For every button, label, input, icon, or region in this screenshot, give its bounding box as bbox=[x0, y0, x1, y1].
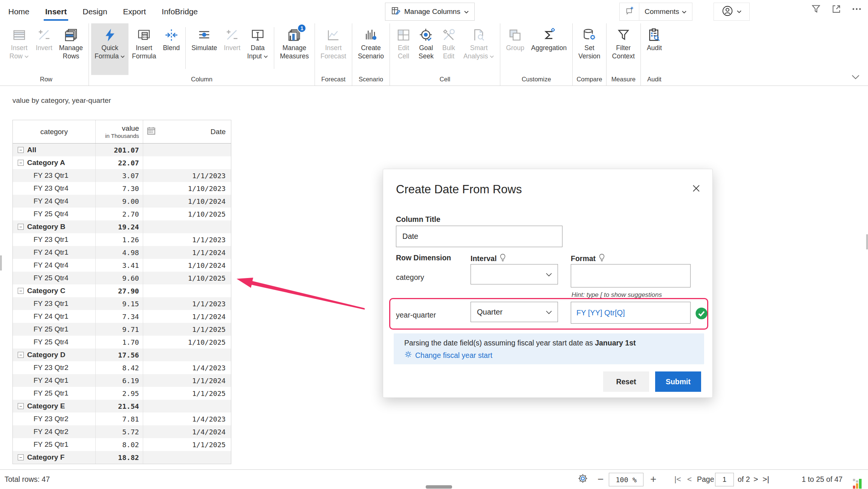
horizontal-scrollbar-thumb[interactable] bbox=[426, 485, 452, 489]
collapse-group-icon[interactable]: − bbox=[18, 352, 24, 358]
set-version-button[interactable]: SetVersion bbox=[575, 23, 604, 75]
tab-export[interactable]: Export bbox=[122, 5, 147, 18]
zoom-level-input[interactable]: 100 % bbox=[609, 473, 643, 486]
collapse-group-icon[interactable]: − bbox=[18, 160, 24, 166]
table-row[interactable]: FY 25 Qtr49.601/10/2025 bbox=[13, 272, 231, 284]
page-number-input[interactable]: 1 bbox=[715, 473, 734, 486]
table-row[interactable]: −Category B19.24 bbox=[13, 220, 231, 233]
create-scenario-button[interactable]: CreateScenario bbox=[355, 23, 387, 75]
table-row[interactable]: −Category F18.82 bbox=[13, 451, 231, 464]
expand-icon[interactable] bbox=[829, 2, 844, 17]
last-page-button[interactable]: >| bbox=[763, 470, 769, 489]
submit-button[interactable]: Submit bbox=[655, 371, 701, 392]
table-settings-gear-icon[interactable] bbox=[577, 470, 588, 489]
table-row[interactable]: −Category A22.07 bbox=[13, 156, 231, 169]
table-row[interactable]: FY 23 Qtr47.301/10/2023 bbox=[13, 182, 231, 195]
interval-select-year-quarter[interactable]: Quarter bbox=[471, 302, 558, 322]
column-header-value[interactable]: value in Thousands bbox=[95, 120, 143, 143]
right-resize-handle[interactable] bbox=[866, 234, 868, 249]
table-row[interactable]: FY 24 Qtr17.341/1/2024 bbox=[13, 310, 231, 323]
goal-seek-button[interactable]: GoalSeek bbox=[415, 23, 437, 75]
left-resize-handle[interactable] bbox=[0, 255, 2, 270]
add-comment-button[interactable] bbox=[620, 3, 639, 20]
column-header-category[interactable]: category bbox=[13, 120, 95, 143]
manage-columns-button[interactable]: Manage Columns bbox=[385, 3, 475, 21]
table-row[interactable]: FY 25 Qtr12.951/1/2025 bbox=[13, 387, 231, 400]
change-fiscal-year-link[interactable]: Change fiscal year start bbox=[404, 350, 704, 360]
table-row[interactable]: FY 23 Qtr28.421/4/2023 bbox=[13, 361, 231, 374]
format-input-category[interactable] bbox=[571, 264, 691, 287]
prev-page-button[interactable]: < bbox=[687, 470, 692, 489]
collapse-group-icon[interactable]: − bbox=[18, 454, 24, 460]
blend-button[interactable]: Blend bbox=[159, 23, 183, 75]
value-cell: 5.72 bbox=[95, 425, 143, 438]
tab-design[interactable]: Design bbox=[82, 5, 108, 18]
data-input-button[interactable]: DataInput bbox=[244, 23, 272, 75]
ribbon-group-column: QuickFormulaInsertFormulaBlendSimulateIn… bbox=[89, 23, 315, 86]
table-row[interactable]: FY 24 Qtr25.721/4/2024 bbox=[13, 425, 231, 438]
table-row[interactable]: FY 23 Qtr19.151/1/2023 bbox=[13, 297, 231, 310]
table-row[interactable]: FY 25 Qtr18.021/1/2025 bbox=[13, 438, 231, 451]
collapse-group-icon[interactable]: − bbox=[18, 288, 24, 294]
ribbon-group-cell: EditCellGoalSeekBulkEditSmartAnalysisCel… bbox=[390, 23, 500, 86]
collapse-group-icon[interactable]: − bbox=[18, 224, 24, 230]
audit-button[interactable]: Audit bbox=[643, 23, 666, 75]
table-row[interactable]: FY 23 Qtr13.071/1/2023 bbox=[13, 169, 231, 182]
date-cell bbox=[143, 348, 231, 361]
tab-home[interactable]: Home bbox=[8, 5, 30, 18]
close-icon[interactable] bbox=[691, 183, 702, 194]
quick-formula-button[interactable]: QuickFormula bbox=[91, 23, 128, 75]
manage-rows-button[interactable]: ManageRows bbox=[56, 23, 86, 75]
table-row[interactable]: FY 25 Qtr41.701/10/2025 bbox=[13, 336, 231, 348]
collapse-group-icon[interactable]: − bbox=[18, 147, 24, 153]
first-page-button[interactable]: |< bbox=[674, 470, 681, 489]
table-row[interactable]: FY 23 Qtr11.261/1/2023 bbox=[13, 233, 231, 246]
table-row[interactable]: −Category D17.56 bbox=[13, 348, 231, 361]
valid-check-icon bbox=[695, 307, 708, 321]
table-row[interactable]: FY 25 Qtr19.711/1/2025 bbox=[13, 323, 231, 336]
insert-formula-button[interactable]: InsertFormula bbox=[128, 23, 159, 75]
date-cell: 1/10/2025 bbox=[143, 336, 231, 348]
table-row[interactable]: FY 24 Qtr43.411/10/2024 bbox=[13, 259, 231, 272]
table-row[interactable]: −All201.07 bbox=[13, 144, 231, 156]
aggregation-button[interactable]: Aggregation bbox=[528, 23, 570, 75]
column-header-date[interactable]: Date bbox=[143, 120, 231, 143]
gear-icon bbox=[404, 350, 412, 360]
category-cell: FY 25 Qtr1 bbox=[13, 387, 95, 400]
table-row[interactable]: FY 24 Qtr16.191/1/2024 bbox=[13, 374, 231, 387]
column-title-label: Column Title bbox=[396, 215, 440, 224]
more-icon[interactable] bbox=[849, 2, 864, 17]
tab-infobridge[interactable]: InfoBridge bbox=[161, 5, 199, 18]
manage-measures-button[interactable]: 1ManageMeasures bbox=[277, 23, 312, 75]
table-row[interactable]: −Category E21.54 bbox=[13, 400, 231, 413]
column-title-input[interactable]: Date bbox=[396, 226, 562, 247]
table-row[interactable]: FY 23 Qtr27.811/4/2023 bbox=[13, 413, 231, 425]
account-menu-button[interactable] bbox=[714, 3, 750, 21]
info-text: Parsing the date field(s) assuming fisca… bbox=[404, 339, 595, 347]
category-cell: FY 24 Qtr4 bbox=[13, 259, 95, 272]
filter-context-button[interactable]: FilterContext bbox=[609, 23, 638, 75]
table-row[interactable]: −Category C27.90 bbox=[13, 284, 231, 297]
simulate-button[interactable]: Simulate bbox=[188, 23, 220, 75]
next-page-button[interactable]: > bbox=[753, 470, 758, 489]
smart-analysis-button: SmartAnalysis bbox=[460, 23, 498, 75]
date-cell: 1/4/2023 bbox=[143, 413, 231, 425]
ribbon-button-label: InsertRow bbox=[9, 44, 29, 60]
table-row[interactable]: FY 24 Qtr14.981/1/2024 bbox=[13, 246, 231, 259]
reset-button[interactable]: Reset bbox=[603, 371, 649, 392]
collapse-ribbon-icon[interactable] bbox=[850, 74, 861, 82]
table-row[interactable]: FY 24 Qtr49.001/10/2024 bbox=[13, 195, 231, 208]
value-cell: 19.24 bbox=[95, 220, 143, 233]
format-input-year-quarter[interactable]: FY [YY] Qtr[Q] bbox=[571, 302, 691, 324]
zoom-in-button[interactable]: + bbox=[650, 470, 656, 489]
zoom-out-button[interactable]: − bbox=[598, 470, 604, 489]
filter-icon[interactable] bbox=[808, 2, 824, 17]
interval-select-category[interactable] bbox=[471, 264, 558, 284]
ribbon-button-label: Group bbox=[506, 44, 524, 52]
category-cell: −Category D bbox=[13, 348, 95, 361]
collapse-group-icon[interactable]: − bbox=[18, 403, 24, 409]
comments-button[interactable]: Comments bbox=[639, 3, 692, 20]
set-version-icon bbox=[582, 26, 597, 44]
table-row[interactable]: FY 25 Qtr42.701/10/2025 bbox=[13, 208, 231, 220]
tab-insert[interactable]: Insert bbox=[44, 5, 67, 18]
